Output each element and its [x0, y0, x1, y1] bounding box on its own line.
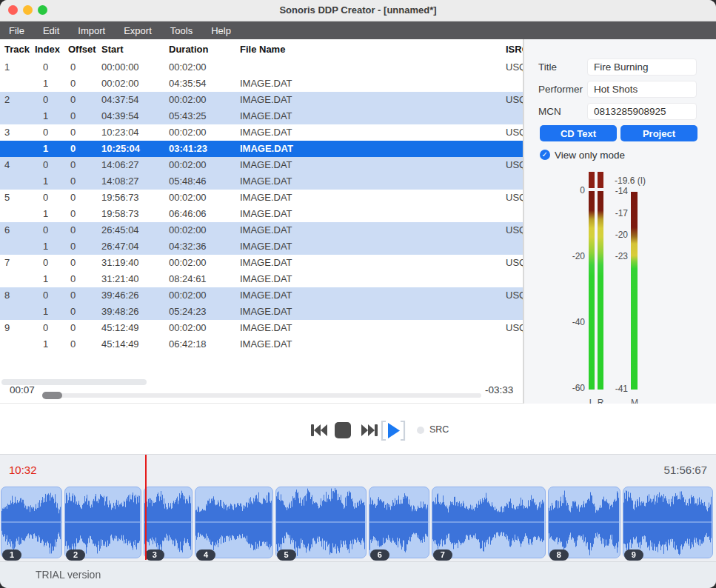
cell-index: 0	[43, 124, 48, 141]
total-time-label: 51:56:67	[664, 464, 707, 476]
table-row[interactable]: 10000:00:0000:02:00USQ	[0, 59, 523, 76]
table-row[interactable]: 1039:48:2605:24:23IMAGE.DAT	[0, 304, 523, 320]
table-row[interactable]: 60026:45:0400:02:00IMAGE.DATUSQ	[0, 222, 523, 238]
cell-isrc: USQ	[506, 222, 523, 238]
col-index[interactable]: Index	[35, 39, 60, 59]
cell-start: 00:00:00	[101, 59, 139, 76]
focus-bracket-right-icon	[401, 421, 404, 440]
table-row[interactable]: 1045:14:4906:42:18IMAGE.DAT	[0, 336, 523, 353]
menu-help[interactable]: Help	[211, 25, 231, 36]
cd-text-button[interactable]: CD Text	[540, 125, 617, 141]
table-row[interactable]: 1010:25:0403:41:23IMAGE.DAT	[0, 141, 523, 157]
waveform-block[interactable]	[64, 487, 141, 558]
track-marker[interactable]: 5	[277, 549, 296, 561]
table-row[interactable]: 1014:08:2705:48:46IMAGE.DAT	[0, 173, 523, 190]
table-row[interactable]: 70031:19:4000:02:00IMAGE.DATUSQ	[0, 255, 523, 271]
src-indicator-led[interactable]	[417, 427, 424, 434]
waveform-canvas	[432, 487, 544, 557]
col-duration[interactable]: Duration	[169, 39, 208, 59]
cell-offset: 0	[70, 76, 76, 92]
focus-bracket-left-icon	[382, 421, 386, 440]
cell-offset: 0	[70, 222, 76, 238]
meter-scale-label: -23	[598, 251, 628, 261]
col-offset[interactable]: Offset	[68, 39, 96, 59]
track-marker[interactable]: 8	[549, 549, 569, 561]
waveform-block[interactable]	[195, 487, 273, 558]
title-field[interactable]	[587, 59, 697, 76]
menu-file[interactable]: File	[9, 25, 24, 36]
track-marker[interactable]: 3	[145, 549, 164, 561]
cell-start: 14:08:27	[101, 173, 139, 190]
track-marker[interactable]: 1	[2, 549, 21, 561]
table-row[interactable]: 50019:56:7300:02:00IMAGE.DATUSQ	[0, 190, 523, 206]
col-start[interactable]: Start	[101, 39, 124, 59]
transport-bar: SRC	[0, 404, 716, 454]
cell-start: 39:46:26	[101, 287, 139, 304]
menu-export[interactable]: Export	[124, 25, 152, 36]
stop-button[interactable]	[335, 422, 351, 438]
seek-slider-track[interactable]	[42, 393, 481, 398]
cell-duration: 08:24:61	[169, 271, 207, 287]
cell-track: 1	[4, 59, 10, 76]
table-row[interactable]: 1031:21:4008:24:61IMAGE.DAT	[0, 271, 523, 287]
cell-isrc: USQ	[506, 255, 523, 271]
cell-index: 1	[43, 173, 48, 190]
level-meter-right	[598, 191, 603, 390]
table-row[interactable]: 80039:46:2600:02:00IMAGE.DATUSQ	[0, 287, 523, 304]
playhead-line[interactable]	[145, 455, 147, 560]
view-only-checkbox[interactable]	[540, 150, 550, 160]
src-label[interactable]: SRC	[429, 424, 449, 435]
menu-tools[interactable]: Tools	[170, 25, 193, 36]
cell-file: IMAGE.DAT	[240, 157, 292, 173]
col-track[interactable]: Track	[4, 39, 30, 59]
menu-edit[interactable]: Edit	[43, 25, 59, 36]
table-row[interactable]: 40014:06:2700:02:00IMAGE.DATUSQ	[0, 157, 523, 173]
cell-start: 00:02:00	[101, 76, 139, 92]
cell-start: 45:12:49	[101, 320, 139, 336]
waveform-block[interactable]	[275, 487, 367, 558]
mcn-field[interactable]	[587, 103, 697, 120]
loudness-meter	[631, 192, 638, 390]
seek-slider-thumb[interactable]	[42, 392, 62, 399]
table-header: Track Index Offset Start Duration File N…	[0, 39, 523, 59]
cell-start: 31:21:40	[101, 271, 139, 287]
table-row[interactable]: 1026:47:0404:32:36IMAGE.DAT	[0, 238, 523, 255]
cell-index: 0	[43, 222, 48, 238]
track-marker[interactable]: 9	[624, 549, 643, 561]
col-file-name[interactable]: File Name	[240, 39, 285, 59]
previous-track-button[interactable]	[310, 423, 328, 438]
cell-duration: 05:43:25	[169, 108, 207, 124]
waveform-block[interactable]	[369, 487, 429, 558]
table-row[interactable]: 1004:39:5405:43:25IMAGE.DAT	[0, 108, 523, 124]
meter-scale-label: -60	[555, 383, 585, 393]
menu-import[interactable]: Import	[78, 25, 105, 36]
waveform-block[interactable]	[432, 487, 546, 558]
cell-offset: 0	[70, 108, 76, 124]
cell-track: 7	[4, 255, 10, 271]
cell-duration: 04:35:54	[169, 76, 207, 92]
table-row[interactable]: 1019:58:7306:46:06IMAGE.DAT	[0, 206, 523, 222]
track-marker[interactable]: 2	[66, 549, 85, 561]
next-track-button[interactable]	[361, 423, 378, 438]
cell-isrc: USQ	[506, 92, 523, 108]
table-row[interactable]: 20004:37:5400:02:00IMAGE.DATUSQ	[0, 92, 523, 108]
waveform-block[interactable]	[548, 487, 620, 558]
cell-track: 3	[4, 124, 10, 141]
track-marker[interactable]: 4	[196, 549, 215, 561]
cell-index: 0	[43, 190, 48, 206]
waveform-canvas	[549, 487, 619, 557]
project-button[interactable]: Project	[620, 125, 697, 141]
cell-index: 1	[43, 238, 48, 255]
waveform-block[interactable]	[144, 487, 193, 558]
track-marker[interactable]: 7	[433, 549, 452, 561]
table-row[interactable]: 90045:12:4900:02:00IMAGE.DATUSQ	[0, 320, 523, 336]
track-marker[interactable]: 6	[370, 549, 389, 561]
waveform-block[interactable]	[623, 487, 713, 558]
table-row[interactable]: 1000:02:0004:35:54IMAGE.DAT	[0, 76, 523, 92]
performer-field[interactable]	[587, 81, 697, 98]
table-row[interactable]: 30010:23:0400:02:00IMAGE.DATUSQ	[0, 124, 523, 141]
col-isrc[interactable]: ISRC	[506, 39, 523, 59]
waveform-block[interactable]	[1, 487, 62, 558]
play-button[interactable]	[381, 421, 406, 441]
cell-file: IMAGE.DAT	[240, 190, 292, 206]
